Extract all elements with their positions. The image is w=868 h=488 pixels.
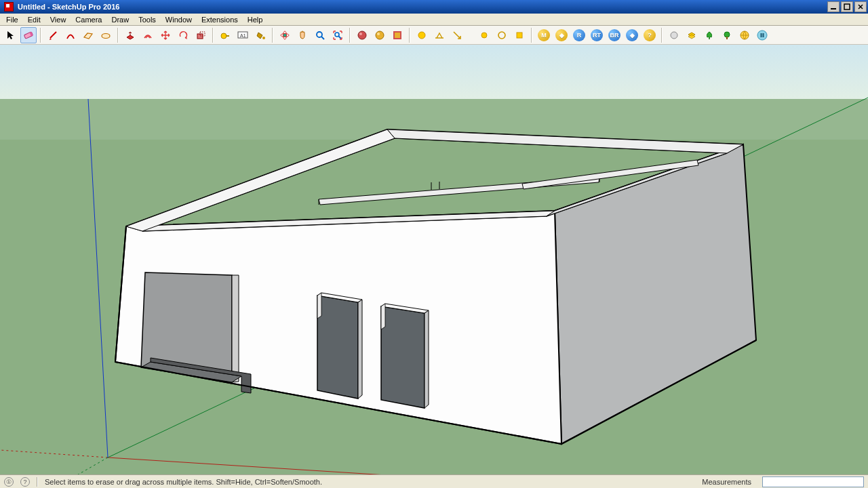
svg-point-19 — [377, 33, 380, 35]
svg-marker-56 — [232, 275, 239, 382]
shadow-toggle-f[interactable] — [511, 27, 528, 43]
svg-point-26 — [671, 32, 677, 39]
ext-tool-layers[interactable] — [684, 27, 700, 43]
text-tool[interactable]: A1 — [235, 27, 251, 43]
menu-bar: File Edit View Camera Draw Tools Window … — [0, 14, 868, 26]
ext-tool-pause[interactable] — [754, 27, 770, 43]
circle-tool[interactable] — [98, 27, 114, 43]
pan-tool[interactable] — [294, 27, 311, 43]
menu-window[interactable]: Window — [161, 14, 197, 25]
svg-rect-28 — [726, 37, 728, 39]
tape-measure-tool[interactable] — [217, 27, 233, 43]
menu-file[interactable]: File — [1, 14, 23, 25]
close-button[interactable] — [854, 1, 867, 12]
arc-tool[interactable] — [62, 27, 79, 43]
rectangle-tool[interactable] — [80, 27, 96, 43]
ext-tool-tree-2[interactable] — [719, 27, 735, 43]
toolbar-sep-5 — [349, 28, 351, 43]
status-hint: Select items to erase or drag across mul… — [45, 478, 322, 486]
menu-extensions[interactable]: Extensions — [197, 14, 243, 25]
ext-tool-sphere[interactable] — [666, 27, 682, 43]
move-tool[interactable] — [157, 27, 174, 43]
render-button-2[interactable] — [372, 27, 388, 43]
svg-point-4 — [102, 33, 110, 38]
main-toolbar: A1 M ◆ R — [0, 26, 868, 45]
toolbar-sep-3 — [212, 28, 214, 43]
viewport-3d[interactable] — [0, 45, 868, 474]
svg-point-16 — [358, 31, 366, 39]
badge-help[interactable]: ? — [642, 27, 658, 43]
shadow-toggle-a[interactable] — [414, 27, 430, 43]
eraser-tool[interactable] — [20, 27, 37, 43]
maximize-button[interactable] — [841, 1, 853, 12]
toolbar-sep-4 — [272, 28, 273, 43]
svg-marker-65 — [425, 310, 429, 408]
ext-tool-tree-1[interactable] — [701, 27, 717, 43]
menu-draw[interactable]: Draw — [106, 14, 134, 25]
badge-rt[interactable]: RT — [589, 27, 605, 43]
svg-point-24 — [498, 32, 505, 39]
zoom-extents-tool[interactable] — [330, 27, 346, 43]
shadow-toggle-c[interactable] — [449, 27, 465, 43]
badge-diamond-b[interactable]: ◆ — [624, 27, 640, 43]
svg-point-18 — [376, 31, 384, 39]
svg-marker-61 — [358, 300, 362, 399]
svg-rect-32 — [763, 33, 764, 37]
rotate-tool[interactable] — [175, 27, 191, 43]
svg-rect-25 — [517, 33, 522, 38]
svg-point-15 — [335, 33, 339, 37]
window-controls — [826, 1, 867, 12]
menu-edit[interactable]: Edit — [23, 14, 45, 25]
svg-rect-31 — [761, 33, 762, 37]
select-tool[interactable] — [3, 27, 19, 43]
measurements-input[interactable] — [762, 476, 864, 487]
svg-point-7 — [221, 33, 226, 39]
scale-tool[interactable] — [193, 27, 209, 43]
ext-tool-globe[interactable] — [736, 27, 753, 43]
shadow-sep — [467, 27, 475, 43]
svg-point-22 — [418, 32, 425, 39]
badge-m-label: M — [541, 32, 547, 39]
svg-text:A1: A1 — [240, 33, 246, 37]
shadow-toggle-b[interactable] — [431, 27, 448, 43]
menu-camera[interactable]: Camera — [71, 14, 106, 25]
badge-diamond-y[interactable]: ◆ — [553, 27, 570, 43]
toolbar-sep-8 — [661, 28, 663, 43]
line-tool[interactable] — [45, 27, 61, 43]
offset-tool[interactable] — [140, 27, 156, 43]
paint-bucket-tool[interactable] — [252, 27, 269, 43]
svg-marker-59 — [317, 296, 358, 399]
render-button-3[interactable] — [389, 27, 406, 43]
svg-point-30 — [757, 30, 767, 40]
svg-rect-1 — [844, 4, 850, 9]
render-button-1[interactable] — [354, 27, 370, 43]
badge-br[interactable]: BR — [606, 27, 623, 43]
status-bar: ① ? Select items to erase or drag across… — [0, 474, 868, 488]
menu-help[interactable]: Help — [243, 14, 268, 25]
toolbar-sep-2 — [117, 28, 119, 43]
app-icon — [4, 2, 14, 12]
badge-m[interactable]: M — [536, 27, 552, 43]
shadow-toggle-d[interactable] — [476, 27, 492, 43]
toolbar-sep-7 — [531, 28, 532, 43]
toolbar-sep-6 — [409, 28, 410, 43]
svg-point-17 — [359, 33, 362, 35]
status-sep — [37, 477, 38, 487]
badge-br-label: BR — [610, 32, 619, 39]
minimize-button[interactable] — [827, 1, 840, 12]
status-help-icon[interactable]: ? — [20, 477, 30, 487]
orbit-tool[interactable] — [277, 27, 293, 43]
svg-rect-20 — [394, 32, 401, 39]
pushpull-tool[interactable] — [122, 27, 138, 43]
menu-view[interactable]: View — [45, 14, 71, 25]
badge-r-label: R — [577, 32, 582, 39]
svg-marker-62 — [317, 293, 321, 319]
shadow-toggle-e[interactable] — [494, 27, 510, 43]
menu-tools[interactable]: Tools — [134, 14, 161, 25]
badge-r[interactable]: R — [571, 27, 587, 43]
zoom-tool[interactable] — [312, 27, 328, 43]
svg-point-14 — [317, 32, 322, 37]
measurements-label: Measurements — [698, 478, 755, 486]
status-info-icon[interactable]: ① — [4, 477, 14, 487]
svg-point-10 — [262, 37, 265, 39]
